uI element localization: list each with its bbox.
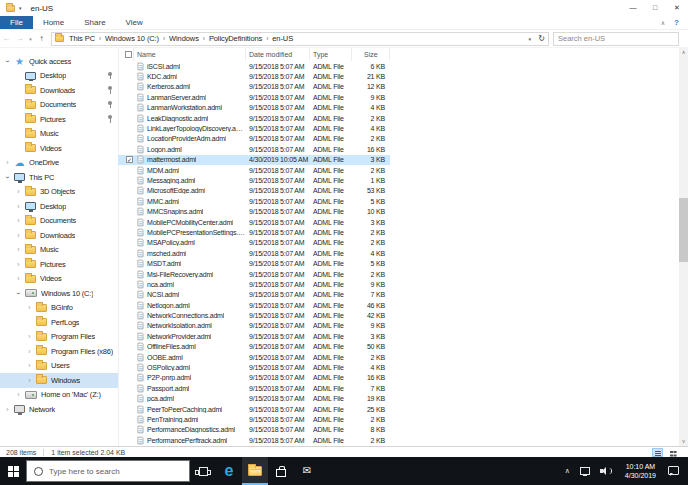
chevron-right-icon[interactable]: ›: [14, 217, 23, 224]
explorer-search-box[interactable]: [553, 32, 679, 46]
sidebar-item-music[interactable]: ›Music: [0, 243, 118, 258]
column-header-size[interactable]: Size: [352, 48, 390, 61]
sidebar-item-videos[interactable]: Videos: [0, 141, 118, 156]
taskbar-mail-button[interactable]: ✉: [294, 457, 320, 485]
sidebar-item-home-on-mac-z[interactable]: ›Home on 'Mac' (Z:): [0, 388, 118, 403]
sidebar-item-desktop[interactable]: ›Desktop: [0, 199, 118, 214]
file-row[interactable]: KDC.adml9/15/2018 5:07 AMADML File21 KB: [118, 71, 390, 81]
close-button[interactable]: ✕: [666, 0, 688, 15]
file-row[interactable]: msched.adml9/15/2018 5:07 AMADML File4 K…: [118, 248, 390, 258]
sidebar-item-windows-10-c[interactable]: ›Windows 10 (C:): [0, 286, 118, 301]
forward-button[interactable]: →: [13, 34, 26, 43]
file-row[interactable]: MicrosoftEdge.adml9/15/2018 5:07 AMADML …: [118, 186, 390, 196]
back-button[interactable]: ←: [0, 34, 13, 43]
taskbar-clock[interactable]: 10:10 AM 4/30/2019: [625, 462, 656, 480]
chevron-right-icon[interactable]: ›: [25, 333, 34, 340]
file-row[interactable]: nca.adml9/15/2018 5:07 AMADML File9 KB: [118, 279, 390, 289]
chevron-right-icon[interactable]: ›: [25, 348, 34, 355]
sidebar-item-windows[interactable]: ›Windows: [0, 373, 118, 388]
action-center-button[interactable]: [663, 457, 684, 485]
chevron-right-icon[interactable]: ›: [3, 159, 12, 166]
sidebar-item-perflogs[interactable]: PerfLogs: [0, 315, 118, 330]
file-row[interactable]: LocationProviderAdm.adml9/15/2018 5:07 A…: [118, 134, 390, 144]
file-row[interactable]: MobilePCMobilityCenter.adml9/15/2018 5:0…: [118, 217, 390, 227]
file-row[interactable]: Netlogon.adml9/15/2018 5:07 AMADML File4…: [118, 300, 390, 310]
chevron-right-icon[interactable]: ›: [14, 203, 23, 210]
file-row[interactable]: NetworkIsolation.adml9/15/2018 5:07 AMAD…: [118, 321, 390, 331]
file-row[interactable]: NetworkConnections.adml9/15/2018 5:07 AM…: [118, 310, 390, 320]
start-button[interactable]: [0, 457, 26, 485]
file-row[interactable]: Logon.adml9/15/2018 5:07 AMADML File16 K…: [118, 144, 390, 154]
taskbar-explorer-button[interactable]: [242, 457, 268, 485]
breadcrumb-item[interactable]: This PC: [67, 34, 97, 43]
file-row[interactable]: PerformancePerftrack.adml9/15/2018 5:07 …: [118, 435, 390, 445]
file-row[interactable]: iSCSI.adml9/15/2018 5:07 AMADML File6 KB: [118, 61, 390, 71]
large-icons-view-button[interactable]: [667, 448, 678, 457]
file-row[interactable]: pca.adml9/15/2018 5:07 AMADML File19 KB: [118, 394, 390, 404]
file-row[interactable]: LanmanWorkstation.adml9/15/2018 5:07 AMA…: [118, 103, 390, 113]
breadcrumb-item[interactable]: en-US: [270, 34, 295, 43]
maximize-button[interactable]: □: [644, 0, 666, 15]
search-input[interactable]: [554, 34, 678, 43]
sidebar-item-onedrive[interactable]: ›☁OneDrive: [0, 156, 118, 171]
sidebar-item-downloads[interactable]: Downloads: [0, 83, 118, 98]
sidebar-item-3d-objects[interactable]: ›3D Objects: [0, 185, 118, 200]
file-row[interactable]: MobilePCPresentationSettings.adml9/15/20…: [118, 227, 390, 237]
file-row[interactable]: LanmanServer.adml9/15/2018 5:07 AMADML F…: [118, 92, 390, 102]
sidebar-item-users[interactable]: ›Users: [0, 359, 118, 374]
file-row[interactable]: OSPolicy.adml9/15/2018 5:07 AMADML File4…: [118, 362, 390, 372]
file-row[interactable]: Msi-FileRecovery.adml9/15/2018 5:07 AMAD…: [118, 269, 390, 279]
collapse-ribbon-icon[interactable]: ∧: [661, 19, 665, 26]
sidebar-item-quick-access[interactable]: ›★Quick access: [0, 54, 118, 69]
address-dropdown-icon[interactable]: ▾: [524, 36, 535, 42]
taskbar-search-box[interactable]: [26, 460, 190, 482]
sidebar-item-program-files[interactable]: ›Program Files: [0, 330, 118, 345]
file-row[interactable]: Passport.adml9/15/2018 5:07 AMADML File7…: [118, 383, 390, 393]
chevron-right-icon[interactable]: ›: [14, 261, 23, 268]
breadcrumb-item[interactable]: PolicyDefinitions: [207, 34, 264, 43]
sidebar-item-music[interactable]: Music: [0, 127, 118, 142]
scroll-up-icon[interactable]: ∧: [679, 48, 688, 57]
file-row[interactable]: NCSI.adml9/15/2018 5:07 AMADML File7 KB: [118, 290, 390, 300]
file-row[interactable]: MSDT.adml9/15/2018 5:07 AMADML File5 KB: [118, 258, 390, 268]
file-row[interactable]: PeerToPeerCaching.adml9/15/2018 5:07 AMA…: [118, 404, 390, 414]
column-header-name[interactable]: Name: [134, 48, 246, 61]
sidebar-item-videos[interactable]: ›Videos: [0, 272, 118, 287]
sidebar-item-pictures[interactable]: Pictures: [0, 112, 118, 127]
sidebar-item-documents[interactable]: Documents: [0, 98, 118, 113]
file-row[interactable]: MSAPolicy.adml9/15/2018 5:07 AMADML File…: [118, 238, 390, 248]
file-row[interactable]: MMC.adml9/15/2018 5:07 AMADML File5 KB: [118, 196, 390, 206]
quick-access-toolbar-dropdown-icon[interactable]: ▾: [19, 5, 22, 11]
sidebar-item-pictures[interactable]: ›Pictures: [0, 257, 118, 272]
network-tray-button[interactable]: [575, 457, 595, 485]
sidebar-item-documents[interactable]: ›Documents: [0, 214, 118, 229]
sidebar-item-bginfo[interactable]: ›BGinfo: [0, 301, 118, 316]
sidebar-item-network[interactable]: ›Network: [0, 402, 118, 417]
file-row[interactable]: ✓mattermost.adml4/30/2019 10:05 AMADML F…: [118, 155, 390, 165]
address-bar[interactable]: This PC›Windows 10 (C:)›Windows›PolicyDe…: [51, 32, 549, 46]
item-checkbox[interactable]: ✓: [126, 156, 133, 163]
ribbon-tab-file[interactable]: File: [0, 16, 33, 29]
refresh-icon[interactable]: ↻: [535, 34, 548, 43]
file-row[interactable]: LeakDiagnostic.adml9/15/2018 5:07 AMADML…: [118, 113, 390, 123]
column-header-date-modified[interactable]: Date modified: [246, 48, 310, 61]
file-row[interactable]: PerformanceDiagnostics.adml9/15/2018 5:0…: [118, 425, 390, 435]
details-view-button[interactable]: [652, 448, 663, 457]
sidebar-item-desktop[interactable]: Desktop: [0, 69, 118, 84]
chevron-right-icon[interactable]: ›: [3, 406, 12, 413]
ribbon-tab-view[interactable]: View: [116, 16, 153, 29]
file-row[interactable]: Messaging.adml9/15/2018 5:07 AMADML File…: [118, 175, 390, 185]
volume-tray-button[interactable]: [595, 457, 618, 485]
taskbar-edge-button[interactable]: e: [216, 457, 242, 485]
file-row[interactable]: PenTraining.adml9/15/2018 5:07 AMADML Fi…: [118, 414, 390, 424]
recent-locations-dropdown-icon[interactable]: ▾: [26, 36, 35, 42]
taskbar-search-input[interactable]: [49, 467, 179, 476]
file-row[interactable]: OOBE.adml9/15/2018 5:07 AMADML File2 KB: [118, 352, 390, 362]
file-row[interactable]: MMCSnapins.adml9/15/2018 5:07 AMADML Fil…: [118, 206, 390, 216]
task-view-button[interactable]: [190, 457, 216, 485]
file-row[interactable]: P2P-pnrp.adml9/15/2018 5:07 AMADML File1…: [118, 373, 390, 383]
sidebar-item-program-files-x86[interactable]: ›Program Files (x86): [0, 344, 118, 359]
hidden-icons-button[interactable]: ∧: [560, 457, 575, 485]
file-row[interactable]: MDM.adml9/15/2018 5:07 AMADML File2 KB: [118, 165, 390, 175]
chevron-right-icon[interactable]: ›: [14, 246, 23, 253]
